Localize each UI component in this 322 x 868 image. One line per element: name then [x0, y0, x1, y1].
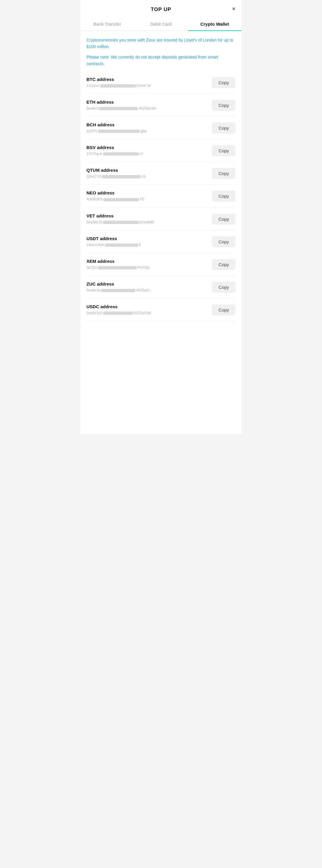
- usdc-address-label: USDC address: [86, 304, 208, 309]
- bch-copy-button[interactable]: Copy: [212, 122, 236, 133]
- modal-header: TOP UP ×: [80, 0, 242, 17]
- qtum-copy-button[interactable]: Copy: [212, 168, 236, 179]
- neo-address-label: NEO address: [86, 190, 208, 195]
- zuc-copy-button[interactable]: Copy: [212, 282, 236, 293]
- neo-copy-button[interactable]: Copy: [212, 191, 236, 202]
- bsv-address-value: 1G7XqcKvY: [86, 151, 208, 156]
- usdt-address-value: 18mn1N4h6: [86, 242, 208, 248]
- address-row-qtum: QTUM address QNnCY6vS Copy: [86, 162, 236, 185]
- bsv-address-label: BSV address: [86, 145, 208, 150]
- vet-address-label: VET address: [86, 213, 208, 218]
- vet-address-info: VET address 0xa38c33b2ed895: [86, 213, 212, 225]
- qtum-address-value: QNnCY6vS: [86, 174, 208, 179]
- bsv-copy-button[interactable]: Copy: [212, 145, 236, 156]
- vet-copy-button[interactable]: Copy: [212, 214, 236, 225]
- btc-copy-button[interactable]: Copy: [212, 77, 236, 88]
- tabs-container: Bank Transfer Debit Card Crypto Wallet: [80, 17, 242, 31]
- vet-address-value: 0xa38c33b2ed895: [86, 220, 208, 225]
- address-row-usdc: USDC address 0xe8c3c04525af164 Copy: [86, 299, 236, 321]
- content-area: Cryptocurrencies you store with Zeux are…: [80, 31, 242, 330]
- address-row-bch: BCH address 1D5Yvg8a Copy: [86, 117, 236, 140]
- address-row-vet: VET address 0xa38c33b2ed895 Copy: [86, 208, 236, 230]
- address-row-usdt: USDT address 18mn1N4h6 Copy: [86, 230, 236, 253]
- qtum-address-info: QTUM address QNnCY6vS: [86, 167, 212, 179]
- eth-address-value: 0xe8c34525af164: [86, 106, 208, 111]
- bch-address-info: BCH address 1D5Yvg8a: [86, 122, 212, 134]
- address-row-eth: ETH address 0xe8c34525af164 Copy: [86, 94, 236, 117]
- usdc-address-value: 0xe8c3c04525af164: [86, 310, 208, 316]
- tab-debit-card[interactable]: Debit Card: [134, 17, 188, 31]
- modal-container: TOP UP × Bank Transfer Debit Card Crypto…: [80, 0, 242, 434]
- insurance-info-text: Cryptocurrencies you store with Zeux are…: [86, 37, 236, 50]
- bch-address-label: BCH address: [86, 122, 208, 127]
- usdt-copy-button[interactable]: Copy: [212, 236, 236, 247]
- zuc-address-info: ZUC address 0xe8c3d4525af1...: [86, 281, 212, 293]
- neo-address-value: AddRd6SYE: [86, 196, 208, 202]
- address-row-bsv: BSV address 1G7XqcKvY Copy: [86, 140, 236, 162]
- btc-address-label: BTC address: [86, 77, 208, 82]
- zuc-address-value: 0xe8c3d4525af1...: [86, 288, 208, 293]
- close-button[interactable]: ×: [232, 6, 236, 12]
- xem-address-info: XEM address NCQVPH7QE: [86, 259, 212, 270]
- address-row-zuc: ZUC address 0xe8c3d4525af1... Copy: [86, 276, 236, 299]
- zuc-address-label: ZUC address: [86, 281, 208, 286]
- usdt-address-label: USDT address: [86, 236, 208, 241]
- tab-crypto-wallet[interactable]: Crypto Wallet: [188, 17, 242, 31]
- neo-address-info: NEO address AddRd6SYE: [86, 190, 212, 202]
- qtum-address-label: QTUM address: [86, 167, 208, 173]
- address-row-xem: XEM address NCQVPH7QE Copy: [86, 253, 236, 276]
- usdt-address-info: USDT address 18mn1N4h6: [86, 236, 212, 248]
- xem-address-value: NCQVPH7QE: [86, 265, 208, 270]
- address-row-neo: NEO address AddRd6SYE Copy: [86, 185, 236, 208]
- eth-address-info: ETH address 0xe8c34525af164: [86, 99, 212, 111]
- usdc-copy-button[interactable]: Copy: [212, 304, 236, 315]
- tab-bank-transfer[interactable]: Bank Transfer: [80, 17, 134, 31]
- eth-address-label: ETH address: [86, 99, 208, 104]
- usdc-address-info: USDC address 0xe8c3c04525af164: [86, 304, 212, 316]
- xem-copy-button[interactable]: Copy: [212, 259, 236, 270]
- address-row-btc: BTC address 14JnmvDxHX W Copy: [86, 71, 236, 94]
- notice-info-text: Please note: We currently do not accept …: [86, 54, 236, 67]
- btc-address-info: BTC address 14JnmvDxHX W: [86, 77, 212, 88]
- eth-copy-button[interactable]: Copy: [212, 100, 236, 111]
- bsv-address-info: BSV address 1G7XqcKvY: [86, 145, 212, 156]
- xem-address-label: XEM address: [86, 259, 208, 264]
- bch-address-value: 1D5Yvg8a: [86, 128, 208, 134]
- btc-address-value: 14JnmvDxHX W: [86, 83, 208, 88]
- modal-title: TOP UP: [151, 7, 172, 12]
